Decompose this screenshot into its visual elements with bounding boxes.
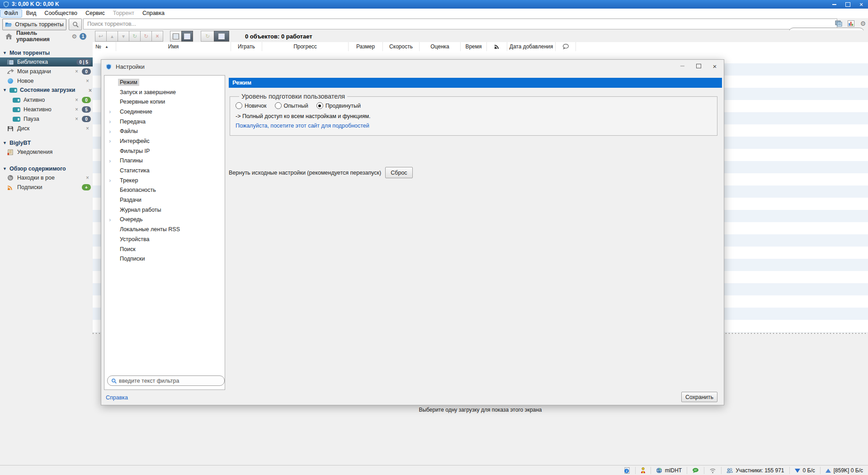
help-link[interactable]: Справка — [106, 394, 128, 401]
column-play[interactable]: Играть — [231, 42, 262, 51]
column-number[interactable]: №▲ — [93, 42, 116, 51]
tree-item-files[interactable]: ›Файлы — [104, 126, 225, 136]
column-progress[interactable]: Прогресс — [262, 42, 349, 51]
close-icon[interactable]: × — [86, 125, 89, 132]
tree-item-tracker[interactable]: ›Трекер — [104, 176, 225, 185]
dialog-maximize-button[interactable] — [692, 62, 705, 71]
column-name[interactable]: Имя — [116, 42, 231, 51]
remove-button[interactable]: × — [151, 31, 163, 42]
tree-item-queue[interactable]: ›Очередь — [104, 215, 225, 225]
tree-item-subscriptions[interactable]: Подписки — [104, 254, 225, 264]
column-time[interactable]: Время — [461, 42, 487, 51]
library-view-icon[interactable] — [834, 19, 843, 28]
tree-item-search[interactable]: Поиск — [104, 244, 225, 254]
status-peers[interactable]: Участники: 155 971 — [721, 467, 789, 474]
menu-view[interactable]: Вид — [22, 9, 41, 18]
tree-item-ip-filters[interactable]: Фильтры IP — [104, 146, 225, 156]
close-icon[interactable]: × — [86, 175, 89, 181]
tree-item-security[interactable]: Безопасность — [104, 185, 225, 195]
minimize-button[interactable] — [827, 0, 841, 9]
list-view-button[interactable] — [181, 31, 193, 42]
menu-file[interactable]: Файл — [0, 9, 22, 18]
settings-gear-icon[interactable]: ⚙ — [859, 19, 868, 28]
tree-item-logging[interactable]: Журнал работы — [104, 205, 225, 215]
tree-item-interface[interactable]: ›Интерфейс — [104, 136, 225, 146]
open-torrents-button[interactable]: Открыть торренты — [2, 19, 66, 30]
radio-intermediate[interactable]: Опытный — [275, 102, 308, 109]
tree-item-transfer[interactable]: ›Передача — [104, 117, 225, 127]
column-rating[interactable]: Оценка — [420, 42, 461, 51]
tree-item-connection[interactable]: ›Соединение — [104, 107, 225, 117]
menu-community[interactable]: Сообщество — [40, 9, 81, 18]
sidebar-item-disk[interactable]: Диск × — [0, 124, 93, 133]
stats-chart-icon[interactable] — [846, 19, 855, 28]
status-info[interactable]: i — [619, 467, 635, 474]
sidebar-item-my-shares[interactable]: Мои раздачи × 0 — [0, 67, 93, 76]
sidebar-section-biglybt[interactable]: ▼ BiglyBT — [0, 139, 95, 147]
status-nat[interactable] — [635, 467, 651, 474]
status-upload[interactable]: [859K] 0 Б/с — [820, 467, 868, 474]
close-icon[interactable]: × — [75, 97, 78, 103]
tree-item-plugins[interactable]: ›Плагины — [104, 156, 225, 166]
status-chat[interactable] — [687, 467, 704, 474]
dashboard-gear-icon[interactable]: ⚙ — [71, 33, 77, 40]
sidebar-item-swarm-discoveries[interactable]: Находки в рое × — [0, 173, 93, 182]
table-view-button[interactable] — [214, 31, 229, 42]
subscriptions-add-badge[interactable]: + — [82, 184, 91, 190]
start-button[interactable]: ↻ — [129, 31, 141, 42]
torrent-search-input[interactable] — [83, 19, 837, 29]
split-view-button[interactable] — [170, 31, 182, 42]
menu-tools[interactable]: Сервис — [81, 9, 109, 18]
close-icon[interactable]: × — [75, 116, 78, 122]
tree-item-local-rss[interactable]: Локальные ленты RSS — [104, 224, 225, 234]
close-icon[interactable]: × — [89, 87, 92, 94]
move-down-button[interactable]: ▼ — [118, 31, 129, 42]
close-icon[interactable]: × — [75, 68, 78, 75]
close-icon[interactable]: × — [75, 106, 78, 113]
sidebar-item-inactive[interactable]: Неактивно × 5 — [0, 105, 93, 114]
move-top-button[interactable]: ↩ — [95, 31, 107, 42]
sidebar-item-active[interactable]: Активно × 0 — [0, 95, 93, 104]
refresh-button[interactable]: ↻ — [201, 31, 214, 42]
search-button[interactable] — [69, 19, 82, 30]
status-dht[interactable]: mlDHT — [651, 467, 687, 474]
details-link[interactable]: Пожалуйста, посетите этот сайт для подро… — [236, 123, 369, 129]
sidebar-item-notifications[interactable]: Уведомления — [0, 147, 93, 157]
dialog-close-button[interactable]: × — [708, 62, 721, 71]
sidebar-item-new[interactable]: Новое × — [0, 76, 93, 86]
column-size[interactable]: Размер — [349, 42, 383, 51]
sidebar-item-paused[interactable]: Пауза × 0 — [0, 114, 93, 124]
column-speed[interactable]: Скорость — [383, 42, 420, 51]
settings-dialog-titlebar[interactable]: Настройки × — [101, 60, 724, 73]
sidebar-section-my-torrents[interactable]: ▼ Мои торренты — [0, 49, 95, 57]
menu-help[interactable]: Справка — [138, 9, 169, 18]
dialog-minimize-button[interactable] — [676, 62, 689, 71]
reset-button[interactable]: Сброс — [385, 167, 412, 178]
status-download[interactable]: 0 Б/с — [789, 467, 820, 474]
close-icon[interactable]: × — [86, 78, 89, 84]
sidebar-section-download-state[interactable]: ▼ Состояние загрузки × — [0, 86, 95, 94]
radio-beginner[interactable]: Новичок — [236, 102, 267, 109]
status-signal[interactable] — [704, 467, 721, 474]
stop-button[interactable]: ↻ — [140, 31, 152, 42]
save-button[interactable]: Сохранить — [681, 392, 717, 402]
tree-item-devices[interactable]: Устройства — [104, 234, 225, 244]
sidebar-section-content-overview[interactable]: ▼ Обзор содержимого — [0, 165, 95, 173]
tree-item-startup[interactable]: Запуск и завершение — [104, 87, 225, 97]
sidebar-item-subscriptions[interactable]: Подписки + — [0, 183, 93, 192]
tree-item-backups[interactable]: Резервные копии — [104, 97, 225, 107]
radio-advanced[interactable]: Продвинутый — [316, 102, 361, 109]
sidebar-item-library[interactable]: Библиотека 0 | 5 — [0, 57, 93, 66]
column-comment[interactable] — [556, 42, 576, 51]
tree-item-mode[interactable]: Режим — [104, 77, 225, 87]
tree-item-statistics[interactable]: Статистика — [104, 166, 225, 176]
tree-item-sharing[interactable]: Раздачи — [104, 195, 225, 205]
move-up-button[interactable]: ▲ — [106, 31, 118, 42]
column-rss[interactable] — [487, 42, 507, 51]
close-button[interactable]: × — [854, 0, 868, 9]
tree-filter-box[interactable]: введите текст фильтра — [107, 375, 225, 386]
column-date-added[interactable]: Дата добавления — [507, 42, 556, 51]
sidebar-item-dashboard[interactable]: Панель управления ⚙ 1 — [0, 30, 93, 42]
maximize-button[interactable] — [841, 0, 854, 9]
chevron-right-icon: › — [109, 177, 111, 184]
